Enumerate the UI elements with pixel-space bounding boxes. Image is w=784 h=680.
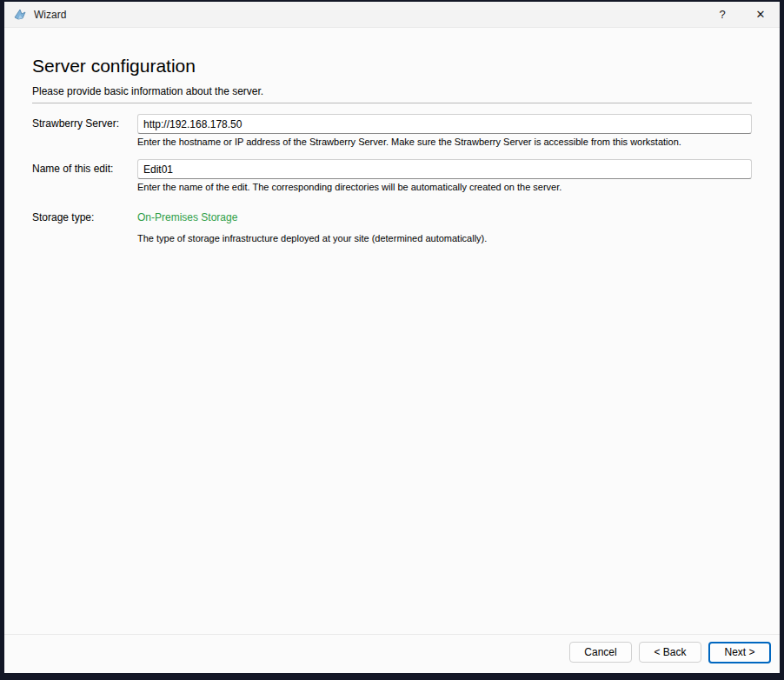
edit-name-help: Enter the name of the edit. The correspo… xyxy=(137,182,752,192)
storage-type-field: On-Premises Storage The type of storage … xyxy=(137,208,752,243)
titlebar[interactable]: Wizard ? ✕ xyxy=(4,2,780,28)
edit-name-input[interactable] xyxy=(137,159,752,179)
storage-type-help: The type of storage infrastructure deplo… xyxy=(137,233,752,243)
help-button[interactable]: ? xyxy=(703,2,741,27)
close-button[interactable]: ✕ xyxy=(741,2,780,27)
page-subtitle: Please provide basic information about t… xyxy=(32,85,752,97)
storage-type-value: On-Premises Storage xyxy=(137,208,237,223)
wizard-content: Server configuration Please provide basi… xyxy=(4,28,780,634)
next-button[interactable]: Next > xyxy=(708,642,771,663)
storage-type-label: Storage type: xyxy=(32,208,137,223)
strawberry-server-help: Enter the hostname or IP address of the … xyxy=(137,137,752,147)
edit-name-field: Enter the name of the edit. The correspo… xyxy=(137,159,752,192)
strawberry-server-field: Enter the hostname or IP address of the … xyxy=(137,114,752,147)
subtitle-divider xyxy=(32,103,752,103)
form-row-storage-type: Storage type: On-Premises Storage The ty… xyxy=(32,208,752,243)
wizard-app-icon xyxy=(13,8,27,22)
form-row-edit-name: Name of this edit: Enter the name of the… xyxy=(32,159,752,192)
edit-name-label: Name of this edit: xyxy=(32,159,137,175)
strawberry-server-label: Strawberry Server: xyxy=(32,114,137,130)
wizard-footer: Cancel < Back Next > xyxy=(4,634,780,673)
window-frame: Wizard ? ✕ Server configuration Please p… xyxy=(0,0,784,680)
wizard-window: Wizard ? ✕ Server configuration Please p… xyxy=(4,2,780,673)
back-button[interactable]: < Back xyxy=(639,642,701,663)
form-row-strawberry-server: Strawberry Server: Enter the hostname or… xyxy=(32,114,752,147)
window-title: Wizard xyxy=(34,9,66,21)
page-title: Server configuration xyxy=(32,56,752,77)
strawberry-server-input[interactable] xyxy=(137,114,752,134)
cancel-button[interactable]: Cancel xyxy=(569,642,632,663)
